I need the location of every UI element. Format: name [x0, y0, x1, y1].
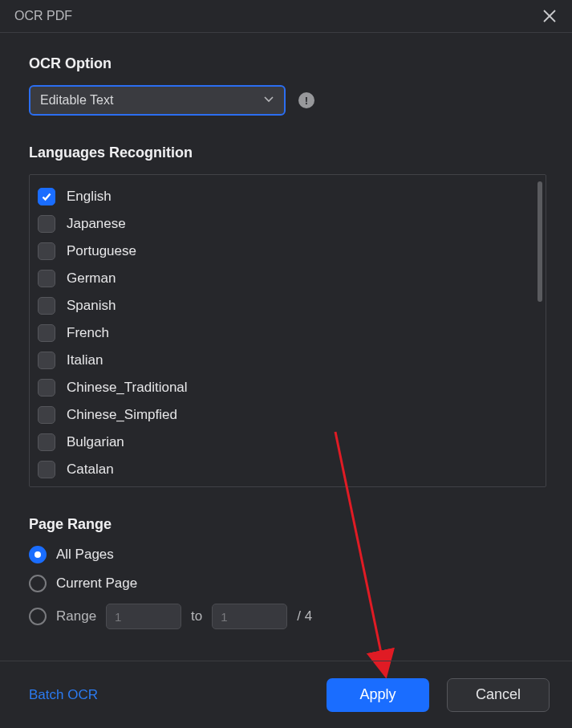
- range-from-input[interactable]: [106, 604, 181, 629]
- language-checkbox[interactable]: [38, 188, 55, 205]
- language-item: German: [36, 265, 546, 292]
- language-label: Italian: [67, 352, 103, 368]
- language-item: Chinese_Traditional: [36, 374, 546, 401]
- chevron-down-icon: [263, 93, 274, 108]
- language-checkbox[interactable]: [38, 215, 55, 233]
- languages-list: EnglishJapanesePortugueseGermanSpanishFr…: [29, 174, 546, 487]
- language-label: Spanish: [67, 298, 116, 314]
- dialog-title: OCR PDF: [14, 9, 72, 23]
- language-item: Spanish: [36, 292, 546, 319]
- range-label: Range: [56, 608, 96, 624]
- ocr-option-label: OCR Option: [29, 55, 546, 72]
- range-total: / 4: [297, 608, 312, 624]
- range-to-label: to: [191, 608, 202, 624]
- language-label: German: [67, 270, 116, 287]
- close-button[interactable]: [542, 8, 558, 24]
- current-page-label: Current Page: [56, 575, 137, 592]
- language-item: Chinese_Simpfied: [36, 401, 546, 429]
- languages-label: Languages Recognition: [29, 144, 546, 161]
- language-label: Bulgarian: [67, 434, 124, 450]
- language-checkbox[interactable]: [38, 324, 55, 342]
- language-checkbox[interactable]: [38, 242, 55, 260]
- language-label: English: [67, 189, 112, 205]
- language-item: English: [36, 183, 546, 210]
- language-checkbox[interactable]: [38, 461, 55, 478]
- apply-button[interactable]: Apply: [327, 678, 429, 712]
- scrollbar[interactable]: [538, 181, 542, 302]
- language-label: Japanese: [67, 216, 126, 232]
- all-pages-label: All Pages: [56, 547, 114, 563]
- radio-current-page[interactable]: [29, 575, 47, 592]
- language-checkbox[interactable]: [38, 379, 55, 397]
- language-label: Catalan: [67, 462, 114, 478]
- language-checkbox[interactable]: [38, 352, 55, 369]
- radio-range[interactable]: [29, 608, 47, 625]
- language-item: Portuguese: [36, 238, 546, 265]
- ocr-option-select[interactable]: Editable Text: [29, 85, 286, 116]
- language-item: Italian: [36, 347, 546, 374]
- language-label: Chinese_Simpfied: [67, 407, 177, 423]
- language-label: Portuguese: [67, 243, 136, 259]
- ocr-option-selected: Editable Text: [40, 93, 113, 108]
- language-checkbox[interactable]: [38, 270, 55, 287]
- page-range-label: Page Range: [29, 516, 546, 533]
- info-icon: !: [298, 92, 314, 108]
- language-item: Bulgarian: [36, 429, 546, 456]
- language-checkbox[interactable]: [38, 297, 55, 315]
- cancel-button[interactable]: Cancel: [447, 678, 550, 712]
- language-item: Catalan: [36, 456, 546, 483]
- batch-ocr-link[interactable]: Batch OCR: [29, 687, 98, 703]
- range-to-input[interactable]: [212, 604, 287, 629]
- language-checkbox[interactable]: [38, 433, 55, 451]
- language-label: Chinese_Traditional: [67, 380, 188, 396]
- language-checkbox[interactable]: [38, 406, 55, 424]
- language-item: Japanese: [36, 210, 546, 238]
- language-label: French: [67, 325, 109, 341]
- language-item: French: [36, 319, 546, 347]
- radio-all-pages[interactable]: [29, 546, 47, 563]
